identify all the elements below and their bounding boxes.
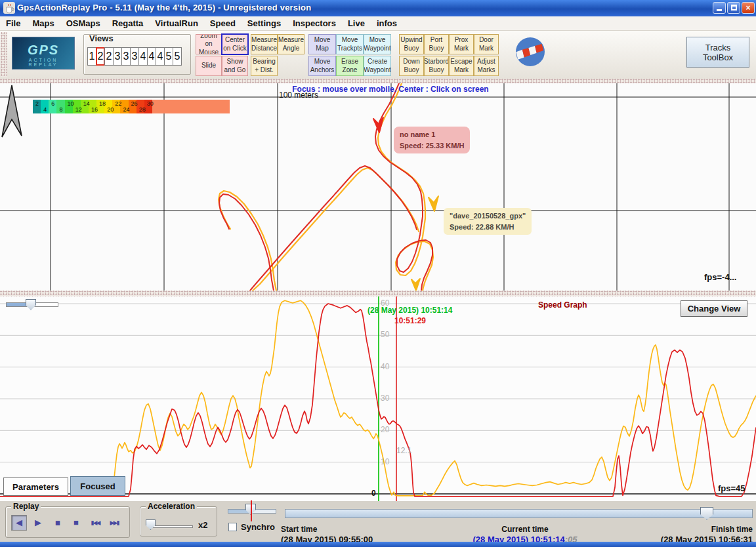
speed-graph-canvas	[0, 296, 756, 501]
view-button-2[interactable]: 2	[96, 47, 105, 66]
tool-down-buoy[interactable]: Down Buoy	[399, 56, 424, 76]
y-axis-tick-30: 30	[381, 394, 389, 403]
menu-speed[interactable]: Speed	[204, 16, 242, 30]
y-axis-tick-40: 40	[381, 362, 389, 371]
view-button-8[interactable]: 4	[147, 47, 156, 66]
tool-door-mark[interactable]: Door Mark	[474, 34, 499, 54]
tool-measure-distance[interactable]: Measure Distance	[251, 34, 278, 54]
menu-live[interactable]: Live	[342, 16, 371, 30]
pause-button[interactable]: ▮▮	[49, 515, 65, 531]
colorbar-value: 12	[75, 106, 82, 113]
timeline-slider[interactable]	[285, 509, 753, 518]
title-bar[interactable]: GpsActionReplay Pro - 5.11 (May the 4'th…	[0, 0, 756, 16]
menu-file[interactable]: File	[0, 16, 26, 30]
wind-offset-slider[interactable]	[228, 502, 278, 522]
tool-move-map[interactable]: Move Map	[308, 34, 336, 54]
play-button[interactable]: ▶	[30, 515, 46, 531]
tool-upwind-buoy[interactable]: Upwind Buoy	[399, 34, 424, 54]
graph-zoom-slider[interactable]	[6, 299, 60, 310]
current-time-label: Current time	[427, 525, 623, 534]
java-app-icon	[3, 2, 15, 14]
graph-title: Speed Graph	[538, 300, 587, 310]
close-button[interactable]: ×	[742, 2, 755, 14]
menu-maps[interactable]: Maps	[26, 16, 60, 30]
stop-button[interactable]: ■	[68, 515, 84, 531]
view-button-7[interactable]: 4	[138, 47, 148, 66]
tool-center-on-click[interactable]: Center on Click	[222, 34, 248, 54]
tab-focused[interactable]: Focused	[70, 476, 125, 496]
colorbar-overflow-segment	[152, 100, 230, 113]
tracks-toolbox-button[interactable]: Tracks ToolBox	[686, 37, 749, 68]
focused-time-cursor-label: 10:51:29	[394, 316, 426, 325]
view-button-3[interactable]: 2	[104, 47, 114, 66]
tool-show-and-go[interactable]: Show and Go	[222, 56, 248, 76]
tool-starbord-buoy[interactable]: Starbord Buoy	[424, 56, 449, 76]
replay-buttons: ◀▶▮▮■▮◀◀▶▶▮	[11, 515, 122, 531]
y-axis-tick-20: 20	[381, 425, 389, 434]
menu-osmaps[interactable]: OSMaps	[60, 16, 106, 30]
synchro-checkbox[interactable]	[228, 523, 237, 531]
mobile-label-no-name-1[interactable]: no name 1 Speed: 25.33 KM/H	[394, 127, 470, 153]
rewind-to-start-button[interactable]: ▮◀◀	[87, 515, 103, 531]
menu-settings[interactable]: Settings	[242, 16, 287, 30]
window-title: GpsActionReplay Pro - 5.11 (May the 4'th…	[17, 3, 311, 12]
view-button-9[interactable]: 4	[156, 47, 165, 66]
tool-move-waypoint[interactable]: Move Waypoint	[364, 34, 391, 54]
slider-thumb[interactable]	[26, 299, 36, 310]
tool-erase-zone[interactable]: Erase Zone	[336, 56, 364, 76]
tool-port-buoy[interactable]: Port Buoy	[424, 34, 449, 54]
mobile-label-dave[interactable]: "dave_20150528_gpx" Speed: 22.88 KM/H	[444, 208, 532, 235]
menu-regatta[interactable]: Regatta	[106, 16, 150, 30]
tool-escape-mark[interactable]: Escape Mark	[449, 56, 474, 76]
view-button-11[interactable]: 5	[173, 47, 182, 66]
colorbar-value: 20	[107, 106, 114, 113]
application-window: GpsActionReplay Pro - 5.11 (May the 4'th…	[0, 0, 756, 547]
acceleration-slider-track[interactable]	[148, 525, 193, 528]
menu-virtualrun[interactable]: VirtualRun	[149, 16, 204, 30]
tab-parameters[interactable]: Parameters	[3, 477, 68, 496]
y-axis-tick-50: 50	[381, 330, 389, 339]
view-button-1[interactable]: 1	[87, 47, 96, 66]
tool-move-trackpts[interactable]: Move Trackpts	[336, 34, 364, 54]
split-divider-middle[interactable]	[0, 291, 756, 296]
replay-control-bar: Replay ◀▶▮▮■▮◀◀▶▶▮ Acceleration x2 Synch…	[0, 501, 756, 542]
tool-measure-angle[interactable]: Measure Angle	[278, 34, 304, 54]
red-marker-line	[251, 500, 252, 521]
acceleration-slider-thumb[interactable]	[146, 519, 156, 530]
minimize-button[interactable]	[713, 2, 726, 14]
start-time-label: Start time	[281, 525, 373, 534]
maximize-button[interactable]	[727, 2, 740, 14]
tool-zoom-on-mouse[interactable]: Zoom on Mouse	[196, 34, 222, 54]
colorbar-value: 10	[68, 100, 74, 107]
view-button-4[interactable]: 3	[113, 47, 122, 66]
map-view[interactable]: Focus : mouse over mobile. Center : Clic…	[0, 83, 756, 291]
toolbar-grip[interactable]	[1, 32, 7, 77]
forward-to-end-button[interactable]: ▶▶▮	[106, 515, 122, 531]
menu-infos[interactable]: infos	[371, 16, 403, 30]
change-view-button[interactable]: Change View	[681, 300, 747, 317]
colorbar-value: 6	[51, 100, 54, 107]
toolbar-row-2: SlideShow and GoBearing + Dist.Move Anch…	[196, 56, 499, 76]
dave-track-entry-loop	[378, 83, 433, 291]
tool-prox-mark[interactable]: Prox Mark	[449, 34, 474, 54]
tool-move-anchors[interactable]: Move Anchors	[308, 56, 336, 76]
tool-adjust-marks[interactable]: Adjust Marks	[474, 56, 499, 76]
menu-inspectors[interactable]: Inspectors	[287, 16, 342, 30]
view-button-5[interactable]: 3	[121, 47, 131, 66]
colorbar-value: 2	[35, 100, 39, 107]
timeline-thumb[interactable]	[700, 507, 713, 520]
view-button-6[interactable]: 3	[130, 47, 139, 66]
tool-slide[interactable]: Slide	[196, 56, 222, 76]
split-divider-top[interactable]	[0, 79, 756, 83]
north-arrow-icon	[0, 83, 24, 139]
colorbar-value: 4	[43, 106, 47, 113]
step-back-button[interactable]: ◀	[11, 515, 27, 531]
view-button-10[interactable]: 5	[164, 47, 173, 66]
windsock-icon[interactable]	[514, 35, 547, 69]
tool-create-waypoint[interactable]: Create Waypoint	[364, 56, 391, 76]
colorbar-value: 24	[123, 106, 129, 113]
speed-graph-panel[interactable]: 0102030405060 12.1 (28 May 2015) 10:51:1…	[0, 296, 756, 501]
tool-bearing-dist-[interactable]: Bearing + Dist.	[251, 56, 278, 76]
map-canvas	[0, 83, 756, 291]
colorbar-value: 18	[99, 100, 106, 107]
